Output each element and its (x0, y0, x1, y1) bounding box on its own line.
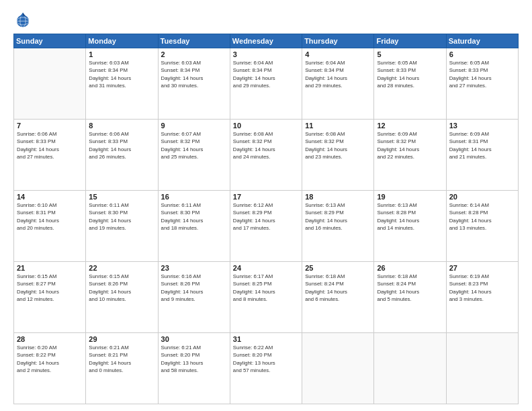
calendar-cell: 31Sunrise: 6:22 AM Sunset: 8:20 PM Dayli… (230, 333, 302, 404)
logo (13, 11, 35, 30)
calendar-cell: 19Sunrise: 6:13 AM Sunset: 8:28 PM Dayli… (374, 191, 446, 262)
day-number: 6 (449, 50, 515, 58)
calendar-cell (14, 48, 86, 120)
day-info: Sunrise: 6:09 AM Sunset: 8:31 PM Dayligh… (449, 130, 515, 161)
day-number: 4 (305, 50, 371, 58)
logo-icon (13, 11, 32, 30)
calendar-cell: 21Sunrise: 6:15 AM Sunset: 8:27 PM Dayli… (14, 262, 86, 333)
day-number: 23 (161, 264, 227, 272)
day-number: 28 (17, 335, 83, 343)
day-info: Sunrise: 6:16 AM Sunset: 8:26 PM Dayligh… (161, 273, 227, 303)
day-info: Sunrise: 6:05 AM Sunset: 8:33 PM Dayligh… (449, 59, 515, 89)
calendar-cell: 3Sunrise: 6:04 AM Sunset: 8:34 PM Daylig… (230, 48, 302, 120)
day-info: Sunrise: 6:21 AM Sunset: 8:20 PM Dayligh… (161, 344, 227, 374)
calendar-header-thursday: Thursday (302, 34, 374, 48)
calendar-cell: 15Sunrise: 6:11 AM Sunset: 8:30 PM Dayli… (86, 191, 158, 262)
day-info: Sunrise: 6:15 AM Sunset: 8:27 PM Dayligh… (17, 273, 83, 303)
day-info: Sunrise: 6:05 AM Sunset: 8:33 PM Dayligh… (377, 59, 443, 89)
day-number: 3 (233, 50, 299, 58)
calendar-header-monday: Monday (86, 34, 158, 48)
day-info: Sunrise: 6:13 AM Sunset: 8:28 PM Dayligh… (377, 201, 443, 232)
calendar-cell: 13Sunrise: 6:09 AM Sunset: 8:31 PM Dayli… (446, 120, 518, 191)
calendar-cell (302, 333, 374, 404)
day-number: 19 (377, 193, 443, 201)
calendar-cell: 27Sunrise: 6:19 AM Sunset: 8:23 PM Dayli… (446, 262, 518, 333)
calendar-cell: 17Sunrise: 6:12 AM Sunset: 8:29 PM Dayli… (230, 191, 302, 262)
day-number: 30 (161, 335, 227, 343)
day-info: Sunrise: 6:19 AM Sunset: 8:23 PM Dayligh… (449, 273, 515, 303)
calendar-cell: 26Sunrise: 6:18 AM Sunset: 8:24 PM Dayli… (374, 262, 446, 333)
day-number: 16 (161, 193, 227, 201)
day-info: Sunrise: 6:13 AM Sunset: 8:29 PM Dayligh… (305, 201, 371, 232)
day-number: 11 (305, 122, 371, 130)
day-info: Sunrise: 6:03 AM Sunset: 8:34 PM Dayligh… (161, 59, 227, 89)
day-number: 31 (233, 335, 299, 343)
day-info: Sunrise: 6:11 AM Sunset: 8:30 PM Dayligh… (89, 201, 154, 232)
day-number: 26 (377, 264, 443, 272)
calendar-week-row: 21Sunrise: 6:15 AM Sunset: 8:27 PM Dayli… (14, 262, 519, 333)
day-number: 9 (161, 122, 227, 130)
day-info: Sunrise: 6:04 AM Sunset: 8:34 PM Dayligh… (305, 59, 371, 89)
calendar-table: SundayMondayTuesdayWednesdayThursdayFrid… (13, 34, 519, 404)
day-number: 13 (449, 122, 515, 130)
day-number: 18 (305, 193, 371, 201)
calendar-cell: 6Sunrise: 6:05 AM Sunset: 8:33 PM Daylig… (446, 48, 518, 120)
day-number: 25 (305, 264, 371, 272)
day-info: Sunrise: 6:07 AM Sunset: 8:32 PM Dayligh… (161, 130, 227, 161)
day-number: 12 (377, 122, 443, 130)
calendar-cell (446, 333, 518, 404)
day-number: 10 (233, 122, 299, 130)
day-info: Sunrise: 6:03 AM Sunset: 8:34 PM Dayligh… (89, 59, 154, 89)
calendar-cell: 5Sunrise: 6:05 AM Sunset: 8:33 PM Daylig… (374, 48, 446, 120)
day-info: Sunrise: 6:14 AM Sunset: 8:28 PM Dayligh… (449, 201, 515, 232)
calendar-week-row: 1Sunrise: 6:03 AM Sunset: 8:34 PM Daylig… (14, 48, 519, 120)
day-number: 27 (449, 264, 515, 272)
day-info: Sunrise: 6:08 AM Sunset: 8:32 PM Dayligh… (233, 130, 299, 161)
calendar-cell: 10Sunrise: 6:08 AM Sunset: 8:32 PM Dayli… (230, 120, 302, 191)
calendar-cell: 18Sunrise: 6:13 AM Sunset: 8:29 PM Dayli… (302, 191, 374, 262)
day-number: 7 (17, 122, 83, 130)
calendar-cell: 22Sunrise: 6:15 AM Sunset: 8:26 PM Dayli… (86, 262, 158, 333)
calendar-cell: 23Sunrise: 6:16 AM Sunset: 8:26 PM Dayli… (158, 262, 230, 333)
calendar-cell: 28Sunrise: 6:20 AM Sunset: 8:22 PM Dayli… (14, 333, 86, 404)
calendar-cell: 12Sunrise: 6:09 AM Sunset: 8:32 PM Dayli… (374, 120, 446, 191)
calendar-week-row: 28Sunrise: 6:20 AM Sunset: 8:22 PM Dayli… (14, 333, 519, 404)
calendar-header-wednesday: Wednesday (230, 34, 302, 48)
calendar-header-tuesday: Tuesday (158, 34, 230, 48)
calendar-cell: 11Sunrise: 6:08 AM Sunset: 8:32 PM Dayli… (302, 120, 374, 191)
calendar-cell: 16Sunrise: 6:11 AM Sunset: 8:30 PM Dayli… (158, 191, 230, 262)
calendar-cell: 7Sunrise: 6:06 AM Sunset: 8:33 PM Daylig… (14, 120, 86, 191)
day-info: Sunrise: 6:18 AM Sunset: 8:24 PM Dayligh… (305, 273, 371, 303)
day-number: 8 (89, 122, 154, 130)
calendar-week-row: 14Sunrise: 6:10 AM Sunset: 8:31 PM Dayli… (14, 191, 519, 262)
calendar-cell: 9Sunrise: 6:07 AM Sunset: 8:32 PM Daylig… (158, 120, 230, 191)
calendar-header-row: SundayMondayTuesdayWednesdayThursdayFrid… (14, 34, 519, 48)
day-info: Sunrise: 6:06 AM Sunset: 8:33 PM Dayligh… (17, 130, 83, 161)
header (13, 11, 519, 30)
calendar-header-sunday: Sunday (14, 34, 86, 48)
day-info: Sunrise: 6:15 AM Sunset: 8:26 PM Dayligh… (89, 273, 154, 303)
day-info: Sunrise: 6:20 AM Sunset: 8:22 PM Dayligh… (17, 344, 83, 374)
calendar-cell (374, 333, 446, 404)
page: SundayMondayTuesdayWednesdayThursdayFrid… (0, 0, 532, 411)
calendar-cell: 2Sunrise: 6:03 AM Sunset: 8:34 PM Daylig… (158, 48, 230, 120)
day-info: Sunrise: 6:09 AM Sunset: 8:32 PM Dayligh… (377, 130, 443, 161)
day-info: Sunrise: 6:21 AM Sunset: 8:21 PM Dayligh… (89, 344, 154, 374)
calendar-week-row: 7Sunrise: 6:06 AM Sunset: 8:33 PM Daylig… (14, 120, 519, 191)
day-number: 1 (89, 50, 154, 58)
day-number: 17 (233, 193, 299, 201)
day-number: 15 (89, 193, 154, 201)
calendar-cell: 30Sunrise: 6:21 AM Sunset: 8:20 PM Dayli… (158, 333, 230, 404)
calendar-cell: 14Sunrise: 6:10 AM Sunset: 8:31 PM Dayli… (14, 191, 86, 262)
day-info: Sunrise: 6:17 AM Sunset: 8:25 PM Dayligh… (233, 273, 299, 303)
calendar-cell: 20Sunrise: 6:14 AM Sunset: 8:28 PM Dayli… (446, 191, 518, 262)
day-info: Sunrise: 6:22 AM Sunset: 8:20 PM Dayligh… (233, 344, 299, 374)
calendar-cell: 8Sunrise: 6:06 AM Sunset: 8:33 PM Daylig… (86, 120, 158, 191)
calendar-cell: 25Sunrise: 6:18 AM Sunset: 8:24 PM Dayli… (302, 262, 374, 333)
day-number: 2 (161, 50, 227, 58)
day-info: Sunrise: 6:04 AM Sunset: 8:34 PM Dayligh… (233, 59, 299, 89)
calendar-header-friday: Friday (374, 34, 446, 48)
calendar-cell: 29Sunrise: 6:21 AM Sunset: 8:21 PM Dayli… (86, 333, 158, 404)
day-info: Sunrise: 6:10 AM Sunset: 8:31 PM Dayligh… (17, 201, 83, 232)
day-info: Sunrise: 6:11 AM Sunset: 8:30 PM Dayligh… (161, 201, 227, 232)
